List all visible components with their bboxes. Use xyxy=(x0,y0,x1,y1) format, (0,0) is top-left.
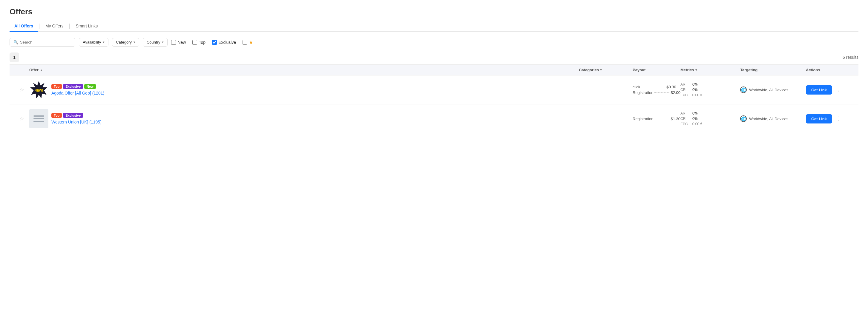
payout-row-1a: click $0.30 xyxy=(632,85,680,89)
payout-row-2a: Registration $1.30 xyxy=(632,116,680,121)
metric-value-cr-1: 0% xyxy=(692,88,698,92)
filters-bar: 🔍 Availability ▾ Category ▾ Country ▾ Ne… xyxy=(9,38,859,46)
search-input[interactable] xyxy=(20,40,71,44)
offer-sort-icon: ▲ xyxy=(40,68,43,72)
table-header: Offer ▲ Categories ▾ Payout Metrics ▾ Ta… xyxy=(9,64,859,75)
offer-name-1[interactable]: Agoda Offer [All Geo] (1201) xyxy=(51,91,104,96)
metric-ar-1: AR 0% xyxy=(680,82,740,87)
col-offer[interactable]: Offer ▲ xyxy=(29,68,579,72)
tag-exclusive-1: Exclusive xyxy=(63,84,83,89)
exclusive-filter-checkbox[interactable] xyxy=(212,40,217,45)
targeting-cell-2: 🌐 Worldwide, All Devices xyxy=(740,115,806,122)
metrics-cell-2: AR 0% CR 0% EPC 0.00 € xyxy=(680,111,740,126)
metric-epc-2: EPC 0.00 € xyxy=(680,122,740,126)
metric-label-ar-1: AR xyxy=(680,82,690,87)
new-filter-checkbox[interactable] xyxy=(171,40,176,45)
logo-line-2 xyxy=(33,118,44,119)
exclusive-filter-text: Exclusive xyxy=(218,40,236,45)
availability-label: Availability xyxy=(83,40,101,44)
tab-smart-links[interactable]: Smart Links xyxy=(71,21,102,32)
payout-value-2a: $1.30 xyxy=(671,116,680,121)
favorite-star-icon-1[interactable]: ☆ xyxy=(20,87,24,93)
metric-value-cr-2: 0% xyxy=(692,116,698,121)
new-filter-label[interactable]: New xyxy=(171,40,186,45)
metric-label-epc-2: EPC xyxy=(680,122,690,126)
more-options-icon-1[interactable]: ⋮ xyxy=(835,85,842,94)
payout-value-1b: $2.00 xyxy=(671,90,680,95)
metric-value-ar-1: 0% xyxy=(692,82,698,87)
page-title: Offers xyxy=(9,7,859,16)
star-filter-checkbox[interactable] xyxy=(243,40,247,45)
availability-chevron-icon: ▾ xyxy=(103,40,104,44)
offer-info-2: Top Exclusive Western Union [UK] (1195) xyxy=(51,113,101,125)
offer-name-2[interactable]: Western Union [UK] (1195) xyxy=(51,119,101,125)
availability-dropdown[interactable]: Availability ▾ xyxy=(79,38,108,46)
payout-value-1a: $0.30 xyxy=(666,85,676,89)
tab-divider-1 xyxy=(39,24,39,29)
category-dropdown[interactable]: Category ▾ xyxy=(112,38,139,46)
offer-info-1: Top Exclusive New Agoda Offer [All Geo] … xyxy=(51,84,104,96)
top-filter-checkbox[interactable] xyxy=(192,40,197,45)
top-filter-text: Top xyxy=(198,40,206,45)
country-dropdown[interactable]: Country ▾ xyxy=(143,38,168,46)
metrics-filter-icon: ▾ xyxy=(695,68,697,72)
targeting-text-2: Worldwide, All Devices xyxy=(749,116,788,121)
metric-label-ar-2: AR xyxy=(680,111,690,115)
metric-cr-2: CR 0% xyxy=(680,116,740,121)
page-1-button[interactable]: 1 xyxy=(9,53,19,62)
exclusive-filter-label[interactable]: Exclusive xyxy=(212,40,236,45)
metric-label-epc-1: EPC xyxy=(680,93,690,97)
logo-line-1 xyxy=(33,115,44,116)
logo-line-3 xyxy=(33,121,44,122)
col-actions: Actions xyxy=(806,68,854,72)
new-badge-svg: NEW! xyxy=(30,81,48,99)
payout-dots-1b xyxy=(654,93,670,93)
col-metrics[interactable]: Metrics ▾ xyxy=(680,68,740,72)
metric-value-ar-2: 0% xyxy=(692,111,698,115)
get-link-button-1[interactable]: Get Link xyxy=(806,85,832,95)
col-categories[interactable]: Categories ▾ xyxy=(579,68,632,72)
categories-filter-icon: ▾ xyxy=(600,68,602,72)
tab-all-offers[interactable]: All Offers xyxy=(9,21,38,32)
col-star xyxy=(14,68,29,72)
globe-icon-1: 🌐 xyxy=(740,87,747,93)
tag-exclusive-2: Exclusive xyxy=(63,113,83,118)
new-filter-text: New xyxy=(178,40,186,45)
results-count: 6 results xyxy=(843,55,859,60)
search-box[interactable]: 🔍 xyxy=(9,38,75,46)
col-targeting: Targeting xyxy=(740,68,806,72)
pagination-row: 1 6 results xyxy=(9,53,859,62)
metric-epc-1: EPC 0.00 € xyxy=(680,93,740,97)
get-link-button-2[interactable]: Get Link xyxy=(806,114,832,124)
metric-cr-1: CR 0% xyxy=(680,88,740,92)
tab-divider-2 xyxy=(69,24,70,29)
star-cell-2[interactable]: ☆ xyxy=(14,115,29,122)
payout-row-1b: Registration $2.00 xyxy=(632,90,680,95)
offer-tags-1: Top Exclusive New xyxy=(51,84,104,89)
offer-logo-1: NEW! xyxy=(29,80,49,99)
metric-value-epc-2: 0.00 € xyxy=(692,122,702,126)
search-icon: 🔍 xyxy=(13,40,18,44)
offer-cell-2: Top Exclusive Western Union [UK] (1195) xyxy=(29,109,579,128)
tabs-nav: All Offers My Offers Smart Links xyxy=(9,21,859,32)
svg-text:NEW!: NEW! xyxy=(34,89,43,92)
offer-logo-2 xyxy=(29,109,49,128)
tab-my-offers[interactable]: My Offers xyxy=(41,21,68,32)
metric-value-epc-1: 0.00 € xyxy=(692,93,702,97)
targeting-text-1: Worldwide, All Devices xyxy=(749,88,788,92)
metric-label-cr-1: CR xyxy=(680,88,690,92)
category-chevron-icon: ▾ xyxy=(133,40,135,44)
payout-type-1a: click xyxy=(632,85,640,89)
favorite-star-icon-2[interactable]: ☆ xyxy=(20,115,24,122)
star-filter-label[interactable]: ★ xyxy=(243,39,253,46)
offer-tags-2: Top Exclusive xyxy=(51,113,101,118)
payout-dots-2a xyxy=(654,119,670,119)
tag-new-1: New xyxy=(84,84,96,89)
payout-dots-1a xyxy=(641,87,665,87)
actions-cell-2: Get Link ⋮ xyxy=(806,114,854,124)
star-cell-1[interactable]: ☆ xyxy=(14,87,29,93)
table-row: ☆ Top Exclusive Western Union [UK] (1195… xyxy=(9,104,859,133)
offer-cell-1: NEW! Top Exclusive New Agoda Offer [All … xyxy=(29,80,579,99)
more-options-icon-2[interactable]: ⋮ xyxy=(835,114,842,123)
top-filter-label[interactable]: Top xyxy=(192,40,206,45)
